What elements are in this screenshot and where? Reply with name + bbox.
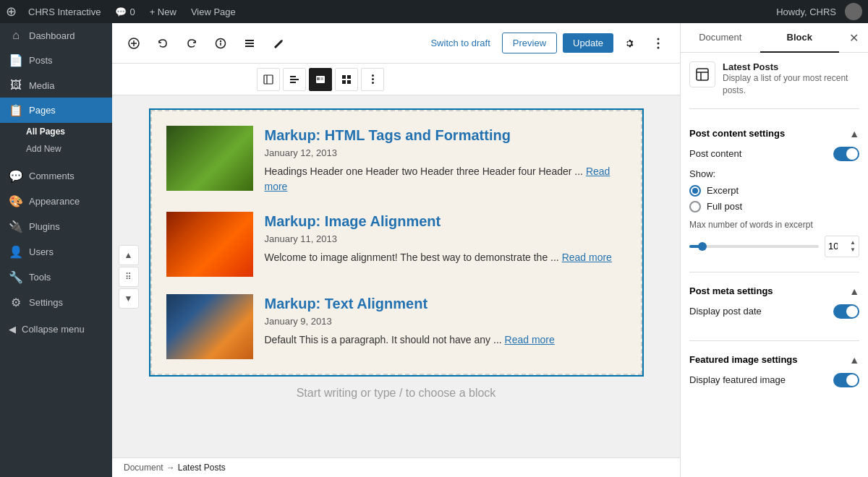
comments-bar-item[interactable]: 💬 0: [109, 7, 140, 17]
read-more-link[interactable]: Read more: [505, 334, 555, 345]
post-content-toggle[interactable]: [833, 147, 859, 161]
excerpt-words-label: Max number of words in excerpt: [689, 220, 859, 230]
editor-breadcrumb: Document → Latest Posts: [112, 457, 680, 477]
right-panel: Document Block ✕ Latest Posts Display a …: [680, 23, 868, 477]
move-down-button[interactable]: ▼: [119, 288, 139, 309]
number-spinners: ▲ ▼: [848, 239, 857, 254]
sidebar-item-label: Appearance: [29, 196, 80, 207]
users-icon: 👤: [9, 245, 23, 259]
wp-logo-icon[interactable]: ⊕: [6, 4, 17, 20]
sidebar-item-appearance[interactable]: 🎨 Appearance: [0, 189, 112, 214]
breadcrumb-document[interactable]: Document: [124, 463, 163, 473]
tools-icon: 🔧: [9, 270, 23, 284]
block-grid-view-button[interactable]: [335, 68, 358, 91]
block-description: Display a list of your most recent posts…: [723, 72, 859, 97]
move-up-button[interactable]: ▲: [119, 245, 139, 265]
display-featured-image-toggle[interactable]: [833, 373, 859, 387]
featured-image-settings-section: Featured image settings ▲ Display featur…: [689, 347, 859, 403]
more-options-button[interactable]: [645, 30, 671, 56]
sidebar-item-plugins[interactable]: 🔌 Plugins: [0, 214, 112, 239]
sidebar-item-label: Pages: [29, 105, 56, 116]
view-page-bar-item[interactable]: View Page: [185, 7, 242, 17]
panel-close-button[interactable]: ✕: [842, 26, 865, 49]
post-content-settings-body: Post content Show: Excerpt Full post Max…: [689, 147, 859, 266]
block-info: Latest Posts Display a list of your most…: [689, 61, 859, 109]
list-view-button[interactable]: [237, 30, 263, 56]
block-name: Latest Posts: [723, 61, 859, 72]
editor-placeholder[interactable]: Start writing or type / to choose a bloc…: [150, 375, 642, 411]
featured-image-chevron-icon: ▲: [849, 354, 859, 366]
sidebar-item-media[interactable]: 🖼 Media: [0, 73, 112, 98]
sidebar-item-users[interactable]: 👤 Users: [0, 239, 112, 265]
post-title[interactable]: Markup: HTML Tags and Formatting: [265, 126, 626, 145]
sidebar-item-label: Media: [29, 80, 54, 91]
fullpost-radio-label: Full post: [707, 201, 742, 212]
svg-point-9: [658, 38, 660, 40]
tools-button[interactable]: [265, 30, 292, 56]
avatar: [845, 3, 862, 20]
post-meta-settings-section: Post meta settings ▲ Display post date: [689, 278, 859, 335]
new-bar-item[interactable]: + New: [144, 7, 182, 17]
block-more-options-button[interactable]: [361, 68, 384, 91]
post-meta-settings-header[interactable]: Post meta settings ▲: [689, 278, 859, 304]
svg-point-27: [372, 82, 374, 84]
sidebar-item-posts[interactable]: 📄 Posts: [0, 48, 112, 73]
svg-point-25: [372, 74, 374, 77]
sidebar-item-add-new[interactable]: Add New: [0, 140, 112, 158]
block-list-view-button[interactable]: [309, 68, 332, 91]
excerpt-slider-row: ▲ ▼: [689, 236, 859, 257]
tab-document[interactable]: Document: [681, 23, 760, 53]
plugins-icon: 🔌: [9, 220, 23, 233]
excerpt-number-input-container: ▲ ▼: [825, 236, 859, 257]
block-icon: [689, 61, 715, 87]
sidebar-item-pages[interactable]: 📋 Pages: [0, 98, 112, 123]
comment-icon: 💬: [115, 7, 127, 17]
sidebar-item-comments[interactable]: 💬 Comments: [0, 163, 112, 189]
block-align-left-button[interactable]: [283, 68, 306, 91]
display-featured-image-toggle-row: Display featured image: [689, 373, 859, 387]
sidebar-item-label: Users: [29, 246, 54, 257]
spinner-down-button[interactable]: ▼: [848, 246, 857, 254]
block-view-list-button[interactable]: [257, 68, 280, 91]
block-toolbar: [112, 64, 680, 95]
undo-button[interactable]: [150, 30, 176, 56]
site-name[interactable]: CHRS Interactive: [22, 7, 106, 17]
svg-rect-7: [245, 43, 254, 44]
redo-button[interactable]: [179, 30, 205, 56]
sidebar-item-dashboard[interactable]: ⌂ Dashboard: [0, 23, 112, 48]
pages-icon: 📋: [9, 103, 23, 117]
display-post-date-toggle[interactable]: [833, 304, 859, 319]
preview-button[interactable]: Preview: [502, 33, 557, 53]
svg-rect-14: [290, 76, 296, 77]
post-title[interactable]: Markup: Image Alignment: [265, 212, 626, 231]
post-excerpt: Default This is a paragraph. It should n…: [265, 332, 626, 348]
sidebar-item-all-pages[interactable]: All Pages: [0, 123, 112, 140]
read-more-link[interactable]: Read more: [562, 252, 612, 263]
sidebar-item-tools[interactable]: 🔧 Tools: [0, 265, 112, 290]
excerpt-number-input[interactable]: [828, 241, 848, 252]
drag-handle-button[interactable]: ⠿: [119, 267, 139, 287]
switch-to-draft-button[interactable]: Switch to draft: [422, 38, 498, 48]
svg-rect-8: [245, 46, 254, 47]
excerpt-slider-track[interactable]: [689, 245, 819, 248]
post-content-settings-header[interactable]: Post content settings ▲: [689, 121, 859, 147]
info-button[interactable]: [208, 30, 234, 56]
list-item: Markup: Image Alignment January 11, 2013…: [166, 212, 626, 277]
post-meta-chevron-icon: ▲: [849, 285, 859, 297]
fullpost-radio-button[interactable]: [689, 201, 701, 212]
block-info-text: Latest Posts Display a list of your most…: [723, 61, 859, 97]
add-block-button[interactable]: [121, 30, 147, 56]
tab-block[interactable]: Block: [760, 23, 840, 53]
featured-image-settings-header[interactable]: Featured image settings ▲: [689, 347, 859, 373]
post-title[interactable]: Markup: Text Alignment: [265, 294, 626, 313]
read-more-link[interactable]: Read more: [265, 166, 610, 192]
sidebar-item-settings[interactable]: ⚙ Settings: [0, 290, 112, 315]
excerpt-radio-button[interactable]: [689, 185, 701, 197]
update-button[interactable]: Update: [563, 33, 613, 53]
panel-content: Latest Posts Display a list of your most…: [681, 53, 868, 477]
settings-gear-button[interactable]: [616, 30, 642, 56]
collapse-menu-button[interactable]: ◀ Collapse menu: [0, 315, 112, 343]
spinner-up-button[interactable]: ▲: [848, 239, 857, 246]
excerpt-slider-thumb[interactable]: [698, 242, 707, 251]
breadcrumb-current: Latest Posts: [178, 463, 226, 473]
